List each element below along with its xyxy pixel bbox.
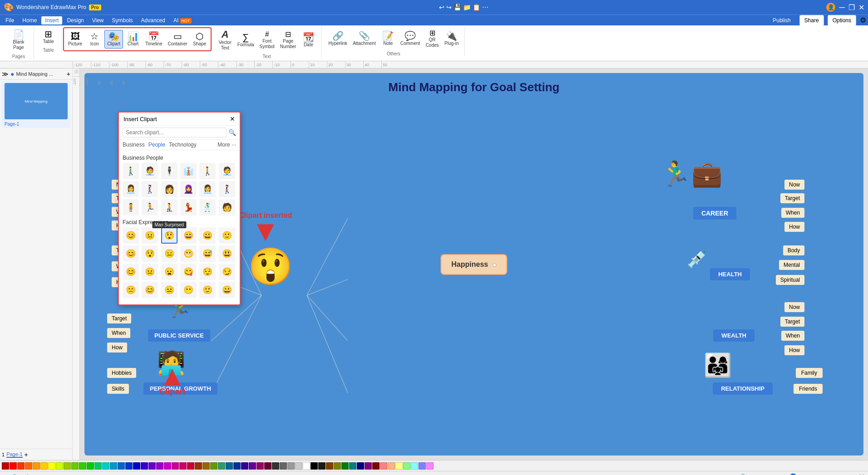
color-swatch[interactable] <box>334 462 341 470</box>
formula-button[interactable]: ∑ Formula <box>235 31 256 49</box>
minimize-button[interactable]: ─ <box>839 3 845 12</box>
zoom-slider[interactable] <box>778 473 814 475</box>
clipart-item[interactable]: 🏃 <box>142 199 158 215</box>
clipart-face-surprised[interactable]: 😲 Man Surprised <box>161 227 178 244</box>
qr-codes-button[interactable]: ⊞ QRCodes <box>423 28 441 49</box>
font-symbol-button[interactable]: # FontSymbol <box>257 29 277 51</box>
pg-skills[interactable]: Skills <box>107 384 129 394</box>
color-swatch[interactable] <box>56 462 63 470</box>
clipart-button[interactable]: 🎭 Clipart <box>104 30 123 49</box>
ps-target[interactable]: Target <box>107 313 131 323</box>
color-swatch[interactable] <box>94 462 102 470</box>
color-swatch[interactable] <box>241 462 248 470</box>
color-swatch[interactable] <box>419 462 426 470</box>
options-button[interactable]: Options <box>828 15 856 26</box>
color-swatch[interactable] <box>349 462 356 470</box>
color-swatch[interactable] <box>71 462 79 470</box>
more-icon[interactable]: ⋯ <box>482 4 488 11</box>
menu-insert[interactable]: Insert <box>41 16 62 24</box>
date-button[interactable]: 📆 Date <box>299 31 317 49</box>
color-swatch[interactable] <box>87 462 94 470</box>
share-button[interactable]: Share <box>799 15 824 26</box>
color-swatch[interactable] <box>365 462 372 470</box>
color-swatch[interactable] <box>388 462 395 470</box>
color-swatch[interactable] <box>357 462 364 470</box>
color-swatch[interactable] <box>264 462 271 470</box>
color-swatch[interactable] <box>426 462 434 470</box>
clipart-face-2[interactable]: 😐 <box>142 227 158 244</box>
timeline-button[interactable]: 📅 Timeline <box>143 30 164 48</box>
clipart-more-button[interactable]: More ··· <box>217 142 236 148</box>
color-swatch[interactable] <box>164 462 171 470</box>
clipart-item[interactable]: 🚶 <box>199 163 216 179</box>
menu-advanced[interactable]: Advanced <box>138 16 169 24</box>
redo-icon[interactable]: ↪ <box>446 4 452 11</box>
category-people[interactable]: People <box>148 142 165 148</box>
clipart-face-1[interactable]: 😊 <box>123 227 139 244</box>
color-swatch[interactable] <box>64 462 71 470</box>
color-swatch[interactable] <box>326 462 333 470</box>
color-swatch[interactable] <box>318 462 326 470</box>
clipart-face-15[interactable]: 😦 <box>161 264 178 280</box>
menu-ai[interactable]: AI HOT <box>170 16 195 24</box>
clipart-item[interactable]: 🕺 <box>199 199 216 215</box>
health-body[interactable]: Body <box>783 245 804 255</box>
clipart-item[interactable]: 👔 <box>180 163 197 179</box>
clipart-face-11[interactable]: 😅 <box>199 245 216 262</box>
color-swatch[interactable] <box>249 462 256 470</box>
clipart-face-19[interactable]: 🙁 <box>123 282 139 298</box>
color-swatch[interactable] <box>148 462 156 470</box>
color-swatch[interactable] <box>233 462 241 470</box>
close-button[interactable]: ✕ <box>858 3 864 12</box>
clipart-item[interactable]: 🧑‍💼 <box>142 163 158 179</box>
page-number-button[interactable]: ⊟ PageNumber <box>278 29 299 51</box>
color-swatch[interactable] <box>395 462 403 470</box>
clipart-close-button[interactable]: ✕ <box>230 115 235 122</box>
color-swatch[interactable] <box>280 462 287 470</box>
relationship-family[interactable]: Family <box>796 368 823 378</box>
clipart-face-5[interactable]: 😀 <box>199 227 216 244</box>
canvas-area[interactable]: ⬜ -120-100-80-60-40 Mind Mapping for Goa… <box>73 69 868 460</box>
category-business[interactable]: Business <box>123 142 145 148</box>
color-swatch[interactable] <box>287 462 295 470</box>
menu-view[interactable]: View <box>89 16 108 24</box>
clipart-search-icon[interactable]: 🔍 <box>228 129 236 136</box>
color-swatch[interactable] <box>295 462 302 470</box>
clipart-item[interactable]: 💃 <box>180 199 197 215</box>
health-mental[interactable]: Mental <box>779 260 804 270</box>
color-swatch[interactable] <box>272 462 279 470</box>
attachment-button[interactable]: 📎 Attachment <box>350 30 378 48</box>
color-swatch[interactable] <box>226 462 233 470</box>
color-swatch[interactable] <box>133 462 140 470</box>
color-swatch[interactable] <box>210 462 217 470</box>
clipart-face-12[interactable]: 😃 <box>219 245 235 262</box>
wealth-how[interactable]: How <box>784 345 804 355</box>
add-page-bottom-button[interactable]: + <box>25 451 28 458</box>
wealth-when[interactable]: When <box>781 331 804 341</box>
note-button[interactable]: 📝 Note <box>379 30 397 48</box>
color-swatch[interactable] <box>110 462 117 470</box>
color-swatch[interactable] <box>2 462 9 470</box>
color-swatch[interactable] <box>48 462 55 470</box>
menu-home[interactable]: Home <box>19 16 40 24</box>
career-topic[interactable]: CAREER <box>693 207 736 220</box>
undo-icon[interactable]: ↩ <box>439 4 444 11</box>
expand-icon[interactable]: ≫ <box>2 70 9 78</box>
page-label-status[interactable]: Page-1 <box>13 474 29 475</box>
clipart-item[interactable]: 🧕 <box>180 181 197 197</box>
page-item-1[interactable]: Mind Mapping Page-1 <box>2 82 70 128</box>
color-swatch[interactable] <box>411 462 418 470</box>
menu-file[interactable]: File <box>2 16 18 24</box>
clipart-face-6[interactable]: 🙂 <box>219 227 235 244</box>
shape-button[interactable]: ⬡ Shape <box>191 30 209 48</box>
color-swatch[interactable] <box>202 462 210 470</box>
career-when[interactable]: When <box>781 208 804 218</box>
color-swatch[interactable] <box>156 462 163 470</box>
ps-how[interactable]: How <box>107 343 127 353</box>
clipart-item[interactable]: 👩 <box>161 181 178 197</box>
picture-button[interactable]: 🖼 Picture <box>66 30 84 48</box>
publish-button[interactable]: Publish <box>768 15 795 26</box>
clipart-face-24[interactable]: 😀 <box>219 282 235 298</box>
color-swatch[interactable] <box>10 462 17 470</box>
clipart-item[interactable]: 🧎 <box>161 199 178 215</box>
